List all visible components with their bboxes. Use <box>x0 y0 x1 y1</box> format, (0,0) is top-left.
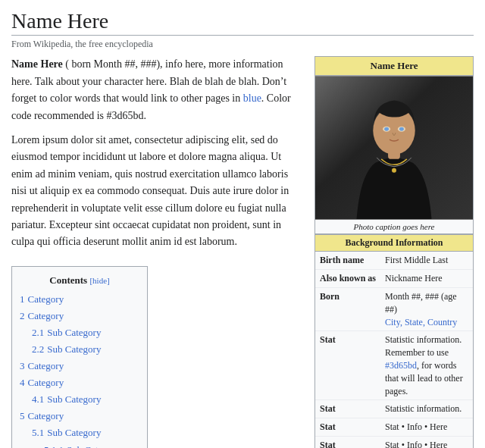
contents-link[interactable]: 5.1.1Sub Category <box>44 444 120 448</box>
infobox-title: Name Here <box>315 57 473 76</box>
contents-link[interactable]: 2.1Sub Category <box>32 327 101 338</box>
infobox: Name Here <box>314 56 474 448</box>
list-item: 5Category <box>20 408 139 425</box>
intro-link-blue[interactable]: blue <box>243 92 261 104</box>
contents-link[interactable]: 5.1Sub Category <box>32 427 101 438</box>
svg-point-7 <box>392 168 396 173</box>
infobox-label: Stat <box>315 418 380 437</box>
infobox-label: Birth name <box>315 252 380 269</box>
infobox-section-title: Background Information <box>315 234 473 252</box>
contents-link[interactable]: 5Category <box>20 410 64 421</box>
table-row: StatStat • Info • Here <box>315 418 473 437</box>
contents-link[interactable]: 2.2Sub Category <box>32 343 101 355</box>
list-item: 5.1Sub Category <box>20 425 139 441</box>
infobox-value: First Middle Last <box>380 252 473 269</box>
contents-link[interactable]: 4.1Sub Category <box>32 393 101 405</box>
list-item: 2Category <box>20 308 139 324</box>
svg-point-5 <box>384 127 389 131</box>
infobox-image <box>315 76 473 220</box>
contents-list: 1Category2Category2.1Sub Category2.2Sub … <box>20 291 139 448</box>
contents-link[interactable]: 1Category <box>20 293 64 305</box>
infobox-value: Statistic information. <box>380 400 473 418</box>
list-item: 1Category <box>20 291 139 308</box>
contents-link[interactable]: 4Category <box>20 377 64 388</box>
infobox-label: Stat <box>315 331 380 400</box>
intro-bold-name: Name Here <box>11 58 63 70</box>
list-item: 5.1.1Sub Category <box>20 442 139 448</box>
infobox-value: Month ##, ### (age ##)City, State, Count… <box>380 287 473 331</box>
contents-link[interactable]: 2Category <box>20 310 64 321</box>
infobox-value: Stat • Info • Here <box>380 436 473 448</box>
infobox-label: Also known as <box>315 270 380 288</box>
table-row: BornMonth ##, ### (age ##)City, State, C… <box>315 287 473 331</box>
svg-point-6 <box>399 127 404 131</box>
infobox-label: Born <box>315 287 380 331</box>
contents-hide-link[interactable]: [hide] <box>89 276 109 285</box>
list-item: 4.1Sub Category <box>20 391 139 408</box>
intro-paragraph: Name Here ( born Month ##, ###), info he… <box>11 56 292 124</box>
table-row: StatStatistic information. <box>315 400 473 418</box>
infobox-caption: Photo caption goes here <box>315 220 473 234</box>
contents-box: Contents [hide] 1Category2Category2.1Sub… <box>11 266 148 448</box>
contents-title: Contents [hide] <box>20 274 139 287</box>
born-city-link[interactable]: City, State, Country <box>385 317 457 327</box>
list-item: 4Category <box>20 374 139 391</box>
infobox-value: Statistic information. Remember to use #… <box>380 331 473 400</box>
infobox-table: Birth nameFirst Middle LastAlso known as… <box>315 252 473 448</box>
table-row: Birth nameFirst Middle Last <box>315 252 473 269</box>
table-row: StatStat • Info • Here <box>315 436 473 448</box>
infobox-label: Stat <box>315 436 380 448</box>
list-item: 2.1Sub Category <box>20 324 139 341</box>
infobox-value: Nickname Here <box>380 270 473 288</box>
page-title: Name Here <box>11 8 474 36</box>
list-item: 2.2Sub Category <box>20 341 139 358</box>
list-item: 3Category <box>20 358 139 374</box>
infobox-link[interactable]: #3d65bd <box>385 360 417 371</box>
contents-link[interactable]: 3Category <box>20 360 64 371</box>
infobox-label: Stat <box>315 400 380 418</box>
infobox-value: Stat • Info • Here <box>380 418 473 437</box>
lorem-paragraph: Lorem ipsum dolor sit amet, consectetur … <box>11 132 292 251</box>
table-row: Also known asNickname Here <box>315 270 473 288</box>
wiki-subtitle: From Wikipedia, the free encyclopedia <box>11 39 474 50</box>
table-row: StatStatistic information. Remember to u… <box>315 331 473 400</box>
person-photo <box>315 76 473 220</box>
